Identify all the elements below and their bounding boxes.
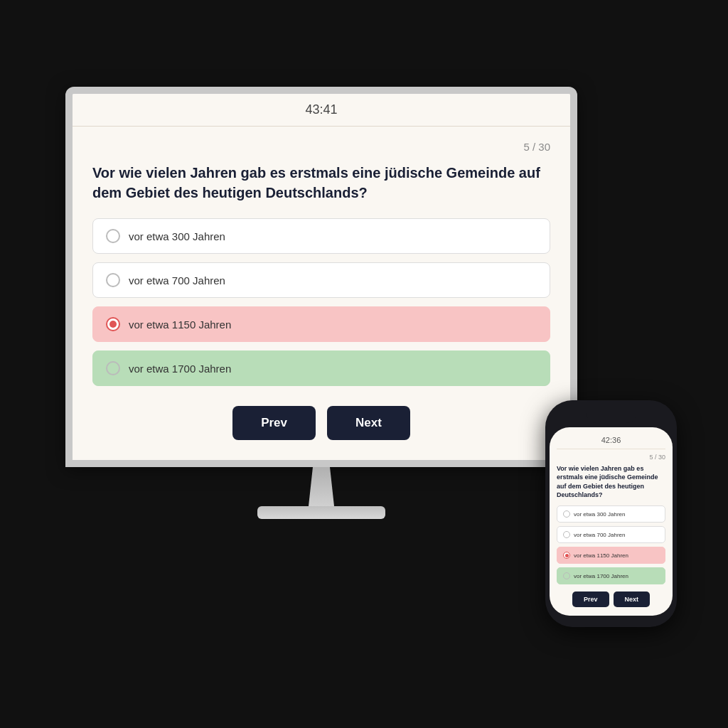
monitor-timer: 43:41 <box>73 94 570 127</box>
monitor-prev-button[interactable]: Prev <box>232 406 316 440</box>
phone-timer: 42:36 <box>557 433 665 449</box>
monitor-option-a-text: vor etwa 300 Jahren <box>129 230 225 242</box>
phone-option-b-text: vor etwa 700 Jahren <box>574 532 626 538</box>
monitor-neck <box>300 467 343 506</box>
monitor-question-text: Vor wie vielen Jahren gab es erstmals ei… <box>92 163 550 203</box>
phone-notch <box>587 409 636 423</box>
phone-screen: 42:36 5 / 30 Vor wie vielen Jahren gab e… <box>550 427 673 616</box>
monitor-option-c-text: vor etwa 1150 Jahren <box>129 318 231 331</box>
phone-option-b[interactable]: vor etwa 700 Jahren <box>557 526 665 543</box>
monitor-screen: 43:41 5 / 30 Vor wie vielen Jahren gab e… <box>65 87 577 467</box>
monitor-option-d[interactable]: vor etwa 1700 Jahren <box>92 350 550 386</box>
phone: 42:36 5 / 30 Vor wie vielen Jahren gab e… <box>545 400 677 627</box>
phone-next-button[interactable]: Next <box>614 592 651 607</box>
phone-option-c[interactable]: vor etwa 1150 Jahren <box>557 547 665 564</box>
monitor-option-b[interactable]: vor etwa 700 Jahren <box>92 262 550 298</box>
phone-radio-a <box>563 510 570 518</box>
monitor-content: 5 / 30 Vor wie vielen Jahren gab es erst… <box>73 127 570 460</box>
monitor-option-d-text: vor etwa 1700 Jahren <box>129 363 231 375</box>
phone-option-d-text: vor etwa 1700 Jahren <box>574 573 628 579</box>
monitor-option-b-text: vor etwa 700 Jahren <box>129 274 225 287</box>
radio-b <box>106 273 120 287</box>
monitor-question-counter: 5 / 30 <box>92 141 550 153</box>
monitor-base <box>257 506 385 519</box>
monitor-option-c[interactable]: vor etwa 1150 Jahren <box>92 306 550 342</box>
phone-nav: Prev Next <box>557 592 665 607</box>
phone-counter: 5 / 30 <box>557 454 665 461</box>
phone-options: vor etwa 300 Jahren vor etwa 700 Jahren … <box>557 505 665 584</box>
phone-option-a-text: vor etwa 300 Jahren <box>574 511 626 518</box>
phone-question: Vor wie vielen Jahren gab es erstmals ei… <box>557 464 665 500</box>
phone-radio-d <box>563 572 570 579</box>
monitor-next-button[interactable]: Next <box>327 406 410 440</box>
phone-option-d[interactable]: vor etwa 1700 Jahren <box>557 567 665 584</box>
monitor-option-a[interactable]: vor etwa 300 Jahren <box>92 218 550 254</box>
phone-option-c-text: vor etwa 1150 Jahren <box>574 552 628 559</box>
phone-radio-c <box>563 552 570 559</box>
phone-prev-button[interactable]: Prev <box>572 592 609 607</box>
radio-d <box>106 361 120 375</box>
monitor-options: vor etwa 300 Jahren vor etwa 700 Jahren … <box>92 218 550 386</box>
monitor-nav-buttons: Prev Next <box>92 406 550 440</box>
phone-option-a[interactable]: vor etwa 300 Jahren <box>557 505 665 523</box>
radio-c <box>106 317 120 331</box>
monitor: 43:41 5 / 30 Vor wie vielen Jahren gab e… <box>65 87 577 519</box>
phone-radio-b <box>563 531 570 538</box>
radio-a <box>106 229 120 243</box>
